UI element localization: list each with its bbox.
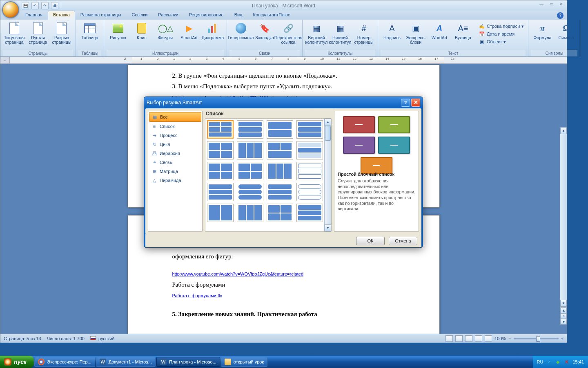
gallery-item[interactable]: [267, 204, 293, 222]
btn-date-time[interactable]: 📅Дата и время: [477, 30, 526, 38]
btn-shapes[interactable]: ◯△Фигуры: [154, 21, 177, 48]
btn-footer[interactable]: ▦Нижний колонтитул: [329, 21, 352, 48]
gallery-item[interactable]: [207, 120, 234, 139]
status-page[interactable]: Страница: 5 из 13: [4, 336, 41, 341]
tab-view[interactable]: Вид: [229, 11, 248, 20]
view-web[interactable]: [465, 335, 472, 342]
qat-save[interactable]: 💾: [22, 2, 29, 9]
taskbar-item[interactable]: WПлан урока - Microso...: [156, 357, 220, 367]
scroll-thumb[interactable]: [325, 126, 331, 141]
gallery-item[interactable]: [267, 162, 293, 180]
qat-redo[interactable]: ↷: [41, 2, 49, 9]
next-page[interactable]: ▾: [560, 319, 567, 325]
taskbar-item[interactable]: WДокумент1 - Micros...: [96, 357, 156, 367]
scroll-down[interactable]: ▼: [325, 224, 331, 231]
zoom-out[interactable]: −: [508, 336, 511, 341]
tab-review[interactable]: Рецензирование: [184, 11, 229, 20]
btn-crossref[interactable]: 🔗Перекрестная ссылка: [277, 21, 300, 48]
btn-textbox[interactable]: AНадпись: [381, 21, 403, 48]
btn-equation[interactable]: πФормула: [531, 21, 554, 48]
dialog-titlebar[interactable]: Выбор рисунка SmartArt ? ✕: [144, 97, 423, 108]
cat-list[interactable]: ≡Список: [149, 122, 201, 131]
tray-clock[interactable]: 15:41: [572, 359, 584, 364]
btn-wordart[interactable]: AWordArt: [428, 21, 451, 48]
btn-header[interactable]: ▦Верхний колонтитул: [305, 21, 328, 48]
btn-page-number[interactable]: #Номер страницы: [352, 21, 375, 48]
gallery-item[interactable]: [237, 204, 263, 222]
gallery-item[interactable]: [296, 141, 323, 159]
cat-process[interactable]: ➔Процесс: [149, 131, 201, 140]
gallery-item[interactable]: [267, 120, 293, 139]
maximize-button[interactable]: ▭: [547, 2, 555, 7]
zoom-in[interactable]: +: [561, 336, 564, 341]
help-button[interactable]: ?: [557, 12, 564, 19]
cat-pyramid[interactable]: △Пирамида: [149, 176, 201, 185]
cat-cycle[interactable]: ↻Цикл: [149, 140, 201, 149]
dialog-help[interactable]: ?: [401, 99, 410, 107]
btn-blank-page[interactable]: Пустая страница: [27, 21, 49, 48]
btn-smartart[interactable]: ▶SmartArt: [178, 21, 200, 48]
gallery-item[interactable]: [267, 141, 293, 159]
gallery-item[interactable]: [207, 204, 234, 222]
tray-icon[interactable]: ‹: [546, 359, 552, 365]
view-outline[interactable]: [475, 335, 482, 342]
qat-undo[interactable]: ↶: [31, 2, 39, 9]
gallery-item[interactable]: [296, 162, 323, 180]
btn-object[interactable]: ▣Объект ▾: [477, 38, 526, 45]
btn-clip[interactable]: Клип: [130, 21, 153, 48]
gallery-item[interactable]: [237, 120, 263, 139]
btn-chart[interactable]: Диаграмма: [201, 21, 224, 48]
close-button[interactable]: ✕: [557, 2, 565, 7]
tab-home[interactable]: Главная: [20, 11, 48, 20]
taskbar-item[interactable]: Экспресс-курс: Пер...: [34, 357, 95, 367]
gallery-item[interactable]: [207, 162, 234, 180]
btn-table[interactable]: Таблица: [78, 21, 101, 48]
scroll-up[interactable]: ▲: [325, 119, 331, 126]
ok-button[interactable]: ОК: [356, 237, 385, 245]
vertical-scrollbar[interactable]: ▲ ▼ ▴ ○ ▾: [560, 127, 567, 325]
btn-signature-line[interactable]: ✍Строка подписи ▾: [477, 22, 526, 30]
gallery-item[interactable]: [237, 183, 263, 201]
cat-relationship[interactable]: ⚭Связь: [149, 158, 201, 167]
btn-quickparts[interactable]: ▣Экспресс-блоки: [404, 21, 427, 48]
btn-bookmark[interactable]: 🔖Закладка: [253, 21, 276, 48]
qat-print[interactable]: 🖶: [51, 2, 58, 9]
cancel-button[interactable]: Отмена: [389, 237, 417, 245]
gallery-item[interactable]: [296, 204, 323, 222]
view-full-screen[interactable]: [455, 335, 463, 342]
btn-page-break[interactable]: Разрыв страницы: [50, 21, 73, 48]
cat-matrix[interactable]: ⊞Матрица: [149, 167, 201, 176]
hyperlink[interactable]: Работа с формулами.flv: [172, 293, 222, 298]
tab-insert[interactable]: Вставка: [48, 11, 75, 20]
gallery-item[interactable]: [207, 141, 234, 159]
tab-references[interactable]: Ссылки: [127, 11, 153, 20]
minimize-button[interactable]: —: [537, 2, 546, 7]
hyperlink[interactable]: http://www.youtube.com/watch?v=WOVfpoJZg…: [172, 272, 304, 276]
select-browse[interactable]: ○: [560, 313, 567, 319]
tray-icon[interactable]: ◆: [555, 359, 561, 365]
gallery-item[interactable]: [207, 183, 234, 201]
gallery-item[interactable]: [296, 120, 323, 139]
gallery-item[interactable]: [237, 141, 263, 159]
tray-lang[interactable]: RU: [537, 359, 543, 364]
gallery-item[interactable]: [237, 162, 263, 180]
status-words[interactable]: Число слов: 1 700: [47, 336, 85, 341]
cat-hierarchy[interactable]: 品Иерархия: [149, 149, 201, 158]
btn-symbol[interactable]: ΩСимвол: [555, 21, 577, 48]
kaspersky-icon[interactable]: K: [564, 359, 570, 365]
gallery-scrollbar[interactable]: ▲ ▼: [324, 119, 331, 231]
btn-dropcap[interactable]: A≡Буквица: [452, 21, 474, 48]
office-button[interactable]: [2, 1, 19, 18]
tab-mailings[interactable]: Рассылки: [153, 11, 183, 20]
gallery-item[interactable]: [296, 183, 323, 201]
view-print-layout[interactable]: [445, 335, 453, 342]
prev-page[interactable]: ▴: [560, 307, 567, 313]
taskbar-item[interactable]: открытый урок: [221, 357, 267, 367]
zoom-slider[interactable]: [514, 338, 559, 339]
dialog-close[interactable]: ✕: [411, 99, 420, 107]
btn-picture[interactable]: Рисунок: [107, 21, 129, 48]
view-draft[interactable]: [485, 335, 492, 342]
gallery-item[interactable]: [267, 183, 293, 201]
scroll-down[interactable]: ▼: [560, 300, 567, 307]
scroll-up[interactable]: ▲: [560, 127, 567, 134]
